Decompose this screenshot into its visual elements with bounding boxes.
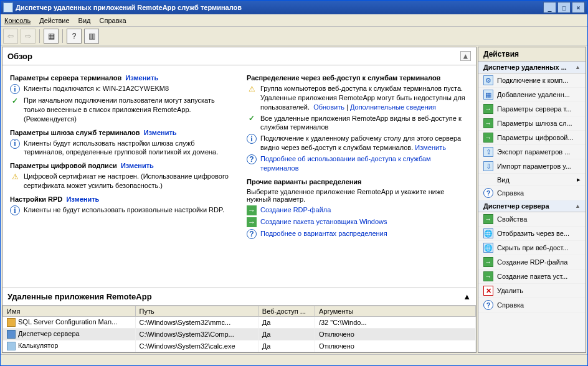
remote-desktop-text: Подключение к удаленному рабочему столу … [260,134,468,152]
dist-title: Распределение через веб-доступ к службам… [247,74,468,82]
action-props[interactable]: →Свойства [478,212,586,227]
col-web[interactable]: Веб-доступ ... [258,306,315,316]
params-sig-title: Параметры цифровой подписи [10,162,117,169]
check-icon: ✓ [10,96,20,106]
change-link[interactable]: Изменить [415,144,446,151]
app-icon [7,330,16,339]
params-ts-edit[interactable]: Изменить [125,74,158,82]
action-params-ts[interactable]: →Параметры сервера т... [478,102,586,116]
params-ts-title: Параметры сервера терминалов [10,74,121,82]
titlebar: Диспетчер удаленных приложений RemoteApp… [1,1,587,14]
actions-group1[interactable]: Диспетчер удаленных ...▲ [478,62,586,73]
warning-icon: ⚠ [10,172,20,182]
action-export[interactable]: ⇪Экспорт параметров ... [478,145,586,159]
info-icon: i [10,139,20,149]
rdp-title: Настройки RPD [10,195,62,203]
col-path[interactable]: Путь [135,306,258,316]
delete-icon: ✕ [483,286,493,296]
action-hide-web[interactable]: 🌐Скрыть при веб-дост... [478,241,586,255]
more-dist-link[interactable]: Подробнее о вариантах распределения [260,229,387,239]
action-connect[interactable]: ⚙Подключение к комп... [478,73,586,88]
action-view[interactable]: Вид▸ [478,174,586,186]
other-desc: Выберите удаленное приложение RemoteApp … [247,188,468,203]
other-dist-title: Прочие варианты распределения [247,178,468,185]
create-rdp-link[interactable]: Создание RDP-файла [260,205,331,215]
help-icon: ? [247,154,257,164]
help-icon: ? [483,188,493,198]
back-button[interactable]: ⇦ [3,29,18,44]
arrow-icon: → [247,217,257,227]
action-create-rdp[interactable]: →Создание RDP-файла [478,255,586,270]
add-icon: ▦ [483,90,493,100]
arrow-icon: → [483,118,493,128]
info-icon: i [247,134,257,144]
check-icon: ✓ [247,114,257,124]
col-name[interactable]: Имя [3,306,136,316]
menu-help[interactable]: Справка [100,17,126,24]
action-show-web[interactable]: 🌐Отобразить через ве... [478,227,586,241]
close-button[interactable]: × [572,2,585,13]
remoteapps-table[interactable]: Имя Путь Веб-доступ ... Аргументы SQL Se… [2,306,476,352]
view2-button[interactable]: ▥ [84,29,99,44]
actions-pane: Действия Диспетчер удаленных ...▲ ⚙Подкл… [478,47,586,353]
gw-text: Клиенты будут использовать настройки шлю… [24,139,232,157]
help-icon: ? [483,300,493,310]
action-create-msi[interactable]: →Создание пакета уст... [478,270,586,284]
sig-text: Цифровой сертификат не настроен. (Исполь… [24,172,232,190]
refresh-link[interactable]: Обновить [313,103,344,111]
rdp-edit[interactable]: Изменить [66,195,99,203]
params-gw-title: Параметры шлюза служб терминалов [10,129,140,136]
collapse-icon: ▲ [575,64,581,70]
app-icon [3,2,13,12]
globe-x-icon: 🌐 [483,243,493,253]
maximize-button[interactable]: □ [557,2,571,13]
arrow-icon: → [483,257,493,267]
dist-warn: Группа компьютеров веб-доступа к службам… [260,84,468,112]
params-sig-edit[interactable]: Изменить [121,162,154,169]
table-row[interactable]: SQL Server Configuration Man... C:\Windo… [3,316,476,328]
action-import[interactable]: ⇩Импорт параметров у... [478,159,586,174]
action-add[interactable]: ▦Добавление удаленн... [478,88,586,102]
collapse-icon: ▲ [575,203,581,209]
separator [39,29,40,43]
arrow-icon: → [483,104,493,114]
menu-view[interactable]: Вид [78,17,91,24]
table-row[interactable]: Диспетчер сервера C:\Windows\System32\Co… [3,328,476,340]
action-help[interactable]: ?Справка [478,186,586,200]
rdp-text: Клиенты не будут использовать произвольн… [24,205,224,215]
params-gw-edit[interactable]: Изменить [144,129,177,136]
arrow-icon: → [247,205,257,215]
menu-console[interactable]: Консоль [4,17,31,24]
action-delete[interactable]: ✕Удалить [478,284,586,298]
col-args[interactable]: Аргументы [315,306,475,316]
all-visible-text: Все удаленные приложения RemoteApp видны… [260,114,468,133]
table-row[interactable]: Калькулятор C:\Windows\System32\calc.exe… [3,340,476,352]
action-params-gw[interactable]: →Параметры шлюза сл... [478,116,586,131]
connect-icon: ⚙ [483,75,493,85]
overview-left: Параметры сервера терминалов Изменить iК… [2,65,239,288]
menubar: Консоль Действие Вид Справка [1,14,587,27]
create-msi-link[interactable]: Создание пакета установщика Windows [260,217,387,227]
help-web-link[interactable]: Подробнее об использовании веб-доступа к… [260,154,468,173]
view1-button[interactable]: ▦ [44,29,59,44]
more-link[interactable]: Дополнительные сведения [350,103,436,111]
help-button[interactable]: ? [67,29,82,44]
minimize-button[interactable]: _ [543,2,556,13]
window-title: Диспетчер удаленных приложений RemoteApp… [16,4,242,11]
action-params-sig[interactable]: →Параметры цифровой... [478,131,586,145]
remoteapps-collapse[interactable]: ▲ [463,292,471,301]
forward-button[interactable]: ⇨ [21,29,36,44]
remoteapps-header: Удаленные приложения RemoteApp ▲ [2,288,476,306]
arrow-icon: → [483,214,493,224]
statusbar [1,354,587,365]
menu-action[interactable]: Действие [39,17,69,24]
submenu-icon: ▸ [577,176,581,184]
overview-collapse[interactable]: ▲ [460,51,471,61]
actions-group2[interactable]: Диспетчер сервера▲ [478,200,586,212]
import-icon: ⇩ [483,161,493,171]
overview-header: Обзор ▲ [2,47,476,65]
app-icon [7,318,16,327]
remoteapps-title: Удаленные приложения RemoteApp [7,292,152,301]
export-icon: ⇪ [483,147,493,157]
action-help2[interactable]: ?Справка [478,298,586,312]
